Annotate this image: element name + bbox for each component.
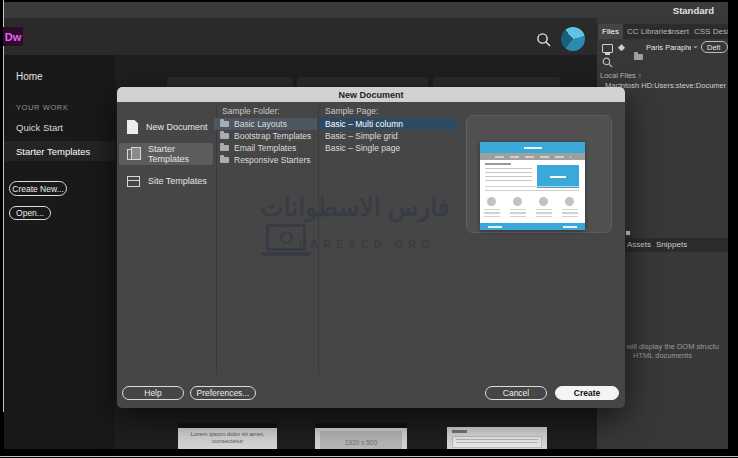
category-site-templates[interactable]: Site Templates (119, 171, 213, 191)
preview-feature-text (484, 209, 500, 218)
connect-server-icon[interactable] (602, 44, 613, 53)
folder-icon (220, 145, 229, 151)
cancel-button[interactable]: Cancel (485, 386, 547, 400)
preview-nav-bar (480, 153, 585, 160)
panel-close-icon[interactable] (626, 231, 630, 235)
home-sidebar: Home YOUR WORK Quick Start Starter Templ… (4, 55, 115, 449)
tab-cc-libraries[interactable]: CC Libraries (627, 24, 671, 39)
preview-content (480, 160, 585, 223)
preview-cta-box (537, 165, 579, 188)
open-button[interactable]: Open... (9, 206, 51, 220)
folder-icon (220, 157, 229, 163)
tab-css-designer[interactable]: CSS Designer (694, 24, 728, 39)
sample-page-single-page[interactable]: Basic – Single page (319, 142, 456, 154)
frame-hairline-bottom (0, 456, 738, 457)
thumb-title-bar (452, 430, 467, 433)
dreamweaver-window: Standard Dw Home YOUR WORK Quick Start S… (0, 0, 738, 458)
sample-folder-email-templates[interactable]: Email Templates (214, 142, 317, 154)
template-card-email (447, 427, 547, 449)
preview-feature-circle (487, 197, 496, 206)
workspace-switcher[interactable]: Standard (673, 5, 714, 16)
new-document-dialog: New Document New Document Starter Templa… (117, 87, 625, 408)
sidebar-section-label: YOUR WORK (16, 103, 68, 112)
tab-assets[interactable]: Assets (627, 238, 651, 252)
category-starter-templates[interactable]: Starter Templates (119, 143, 213, 165)
template-preview-frame (466, 115, 612, 233)
create-new-button[interactable]: Create New... (9, 181, 67, 196)
sample-page-label: Sample Page: (325, 106, 378, 116)
preview-feature-circle (565, 197, 574, 206)
preview-paragraph-lines (485, 168, 532, 181)
tab-files[interactable]: Files (598, 24, 623, 39)
sort-up-icon: ↑ (638, 71, 642, 80)
files-search-icon[interactable] (602, 57, 613, 68)
create-button[interactable]: Create (555, 386, 619, 400)
preview-feature-text (510, 209, 526, 218)
preferences-button[interactable]: Preferences... (190, 386, 256, 400)
thumb-text-lines (456, 439, 538, 445)
workspace-bar: Standard (4, 2, 728, 18)
site-folder-icon (634, 54, 643, 60)
sidebar-item-home[interactable]: Home (16, 71, 43, 82)
files-panel-tab-bar: Files CC Libraries Insert CSS Designer (597, 24, 728, 39)
preview-footer-bar (480, 223, 585, 230)
folder-icon (220, 133, 229, 139)
preview-feature-circle (513, 197, 522, 206)
sample-page-multi-column[interactable]: Basic – Multi column (319, 118, 456, 130)
search-icon[interactable] (536, 32, 552, 48)
dialog-title: New Document (117, 87, 625, 102)
sidebar-item-label: Starter Templates (16, 146, 90, 157)
starter-templates-icon (127, 147, 140, 161)
site-dropdown[interactable]: Paris Parapher... (646, 43, 691, 52)
template-card-text: Lorem ipsum dolor sit amet, (178, 431, 277, 438)
preview-feature-circle (539, 197, 548, 206)
preview-feature-text (536, 209, 552, 218)
app-header (4, 18, 597, 55)
sidebar-item-starter-templates[interactable]: Starter Templates (4, 141, 115, 161)
user-avatar[interactable] (561, 27, 585, 51)
template-card-bootstrap: 1920 x 500 (315, 423, 407, 449)
preview-heading-bar (485, 163, 511, 165)
preview-header-bar (480, 142, 585, 153)
image-placeholder: 1920 x 500 (320, 431, 402, 449)
thumb-content-box (452, 436, 542, 448)
template-card-text: consectetur (178, 438, 277, 445)
sample-folder-basic-layouts[interactable]: Basic Layouts (214, 118, 317, 130)
dreamweaver-logo: Dw (3, 27, 23, 46)
sample-folder-responsive-starters[interactable]: Responsive Starters (214, 154, 317, 166)
chevron-down-icon[interactable]: ⌄ (692, 41, 699, 50)
template-preview-thumbnail (480, 142, 585, 230)
git-icon[interactable]: ◆ (618, 42, 625, 52)
sample-folder-bootstrap-templates[interactable]: Bootstrap Templates (214, 130, 317, 142)
define-servers-button[interactable]: Defi (701, 41, 728, 53)
tab-insert[interactable]: Insert (669, 24, 689, 39)
preview-paragraph-lines (485, 186, 579, 193)
sidebar-item-quick-start[interactable]: Quick Start (16, 122, 63, 133)
help-button[interactable]: Help (122, 386, 184, 400)
template-card-basic: Lorem ipsum dolor sit amet, consectetur (178, 423, 277, 449)
sample-folder-label: Sample Folder: (222, 106, 280, 116)
folder-icon (220, 121, 229, 127)
tab-snippets[interactable]: Snippets (656, 238, 687, 252)
sample-page-simple-grid[interactable]: Basic – Simple grid (319, 130, 456, 142)
category-new-document[interactable]: New Document (119, 117, 213, 137)
local-files-header[interactable]: Local Files ↑ (600, 71, 642, 80)
site-templates-icon (127, 176, 140, 187)
preview-feature-text (562, 209, 578, 218)
document-icon (127, 120, 138, 134)
